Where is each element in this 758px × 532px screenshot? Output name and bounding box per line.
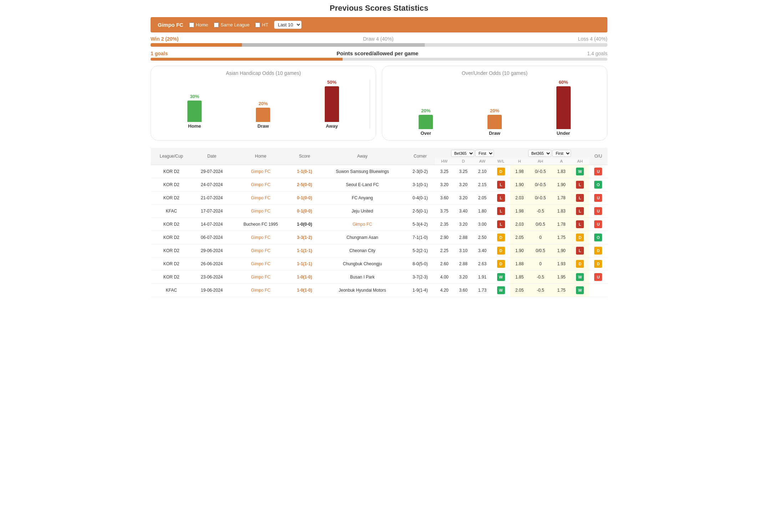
td-corner: 5-2(2-1) bbox=[405, 244, 435, 257]
table-section: League/Cup Date Home Score Away Corner B… bbox=[151, 148, 607, 297]
td-a: 1.95 bbox=[552, 271, 571, 284]
home-team-link[interactable]: Gimpo FC bbox=[251, 248, 271, 253]
away-team: Cheonan City bbox=[349, 248, 375, 253]
home-team-link[interactable]: Gimpo FC bbox=[251, 209, 271, 214]
th-aw: AW bbox=[473, 158, 492, 165]
win-segment bbox=[151, 43, 242, 47]
away-team: Suwon Samsung Bluewings bbox=[336, 169, 389, 174]
bar-draw-ou-pct: 20% bbox=[490, 108, 499, 113]
td-ah2: L bbox=[571, 191, 589, 205]
first-select-2[interactable]: First bbox=[552, 150, 571, 157]
home-team-link[interactable]: Gimpo FC bbox=[251, 275, 271, 280]
same-league-checkbox[interactable] bbox=[214, 22, 219, 27]
td-league: KOR D2 bbox=[151, 244, 192, 257]
td-score: 0-1(0-0) bbox=[290, 205, 319, 218]
first-select-1[interactable]: First bbox=[475, 150, 494, 157]
td-score: 1-1(0-1) bbox=[290, 165, 319, 178]
td-league: KFAC bbox=[151, 205, 192, 218]
td-date: 26-06-2024 bbox=[192, 257, 231, 271]
td-d: 3.20 bbox=[454, 178, 473, 191]
td-wl: D bbox=[492, 231, 510, 244]
bar-draw-ou: 20% Draw bbox=[487, 108, 502, 136]
away-team: Jeju United bbox=[352, 209, 373, 214]
asian-handicap-bars: 30% Home 20% Draw 50% Away bbox=[157, 80, 370, 129]
td-wl: L bbox=[492, 178, 510, 191]
td-home: Gimpo FC bbox=[232, 191, 290, 205]
td-hw: 2.60 bbox=[435, 257, 454, 271]
td-away: Seoul E-Land FC bbox=[319, 178, 405, 191]
td-date: 24-07-2024 bbox=[192, 178, 231, 191]
th-h: H bbox=[510, 158, 529, 165]
last-n-dropdown[interactable]: Last 5 Last 10 Last 20 bbox=[274, 21, 302, 29]
bar-home: 30% Home bbox=[187, 94, 202, 129]
td-score: 1-0(0-0) bbox=[290, 218, 319, 231]
td-d: 3.20 bbox=[454, 271, 473, 284]
ah2-badge: W bbox=[576, 168, 584, 175]
home-checkbox-label[interactable]: Home bbox=[189, 22, 208, 27]
team-name: Gimpo FC bbox=[158, 22, 183, 28]
td-a: 1.75 bbox=[552, 231, 571, 244]
away-team: FC Anyang bbox=[352, 195, 373, 200]
td-away: Suwon Samsung Bluewings bbox=[319, 165, 405, 178]
td-league: KOR D2 bbox=[151, 257, 192, 271]
ah2-badge: L bbox=[576, 220, 584, 228]
td-ah: -0.5 bbox=[529, 284, 552, 297]
home-team-link[interactable]: Gimpo FC bbox=[251, 182, 271, 187]
td-aw: 2.10 bbox=[473, 165, 492, 178]
ah2-badge: L bbox=[576, 194, 584, 202]
ou-badge: D bbox=[594, 260, 602, 268]
td-ah: -0.5 bbox=[529, 205, 552, 218]
td-hw: 4.00 bbox=[435, 271, 454, 284]
bar-over-visual bbox=[419, 115, 433, 129]
ah2-badge: W bbox=[576, 286, 584, 294]
over-under-box: Over/Under Odds (10 games) 20% Over 20% … bbox=[382, 66, 607, 140]
table-row: KOR D2 21-07-2024 Gimpo FC 0-1(0-0) FC A… bbox=[151, 191, 607, 205]
away-team: Busan I Park bbox=[350, 275, 375, 280]
over-under-bars: 20% Over 20% Draw 60% Under bbox=[388, 80, 601, 136]
td-aw: 1.73 bbox=[473, 284, 492, 297]
bar-draw-visual bbox=[256, 108, 270, 122]
ht-checkbox[interactable] bbox=[255, 22, 260, 27]
bar-home-pct: 30% bbox=[190, 94, 199, 99]
home-team-link[interactable]: Gimpo FC bbox=[251, 288, 271, 293]
td-ah: 0/-0.5 bbox=[529, 178, 552, 191]
td-wl: D bbox=[492, 244, 510, 257]
bet365-select-2[interactable]: Bet365 bbox=[528, 150, 551, 157]
td-league: KFAC bbox=[151, 284, 192, 297]
td-wl: W bbox=[492, 284, 510, 297]
page-title: Previous Scores Statistics bbox=[151, 4, 607, 13]
td-aw: 2.15 bbox=[473, 178, 492, 191]
td-ou: O bbox=[589, 231, 607, 244]
home-team-link[interactable]: Gimpo FC bbox=[251, 169, 271, 174]
loss-segment bbox=[425, 43, 607, 47]
home-team-link[interactable]: Gimpo FC bbox=[251, 195, 271, 200]
td-home: Gimpo FC bbox=[232, 165, 290, 178]
td-ah2: L bbox=[571, 218, 589, 231]
td-d: 3.20 bbox=[454, 218, 473, 231]
td-score: 1-1(1-1) bbox=[290, 257, 319, 271]
td-h: 1.90 bbox=[510, 178, 529, 191]
ht-checkbox-label[interactable]: HT bbox=[255, 22, 268, 27]
td-score: 2-5(0-0) bbox=[290, 178, 319, 191]
ou-badge: O bbox=[594, 181, 602, 189]
asian-handicap-chart: 30% Home 20% Draw 50% Away bbox=[157, 80, 370, 129]
home-team-link[interactable]: Gimpo FC bbox=[251, 261, 271, 266]
header-bar: Gimpo FC Home Same League HT Last 5 Last… bbox=[151, 17, 607, 32]
bar-home-visual bbox=[187, 101, 202, 122]
td-corner: 7-1(1-0) bbox=[405, 231, 435, 244]
wl-badge: W bbox=[497, 273, 505, 281]
ou-badge: O bbox=[594, 234, 602, 241]
home-checkbox[interactable] bbox=[189, 22, 194, 27]
td-h: 2.03 bbox=[510, 191, 529, 205]
td-hw: 3.75 bbox=[435, 205, 454, 218]
away-team-link[interactable]: Gimpo FC bbox=[353, 222, 372, 227]
td-wl: D bbox=[492, 257, 510, 271]
same-league-checkbox-label[interactable]: Same League bbox=[214, 22, 249, 27]
goals-right: 1.4 goals bbox=[587, 51, 607, 56]
td-ah: 0/-0.5 bbox=[529, 191, 552, 205]
home-team-link[interactable]: Gimpo FC bbox=[251, 235, 271, 240]
td-ah2: W bbox=[571, 284, 589, 297]
bet365-select-1[interactable]: Bet365 bbox=[451, 150, 474, 157]
th-ah2: AH bbox=[571, 158, 589, 165]
td-a: 1.93 bbox=[552, 257, 571, 271]
